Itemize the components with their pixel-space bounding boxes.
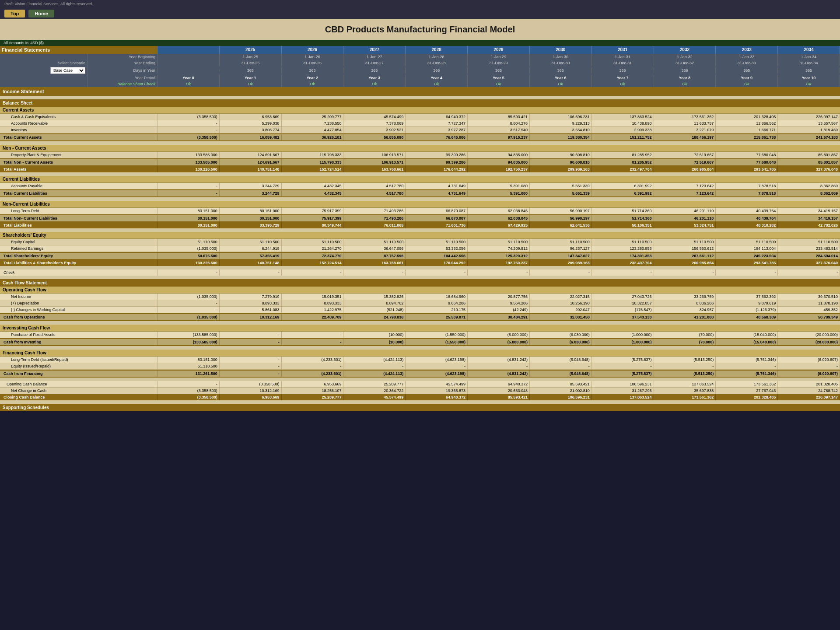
financing-cf-title: Financing Cash Flow <box>0 350 158 357</box>
ye-y2: 31-Dec-26 <box>282 60 344 66</box>
days-y9: 365 <box>716 67 778 74</box>
ye-y5: 31-Dec-29 <box>468 60 530 66</box>
income-statement-section: Income Statement <box>0 87 840 96</box>
ar-row: Accounts Receivable - 5.299.038 7.238.55… <box>0 120 840 127</box>
cash-v3: 45.574.499 <box>343 114 406 120</box>
year-col-2033: 2033 <box>716 46 778 54</box>
yb-y9: 1-Jan-33 <box>716 54 778 60</box>
year-beginning-label: Year Beginning <box>88 54 158 60</box>
days-y10: 365 <box>778 67 840 74</box>
ye-y1: 31-Dec-25 <box>220 60 282 66</box>
days-label: Days in Year <box>88 67 158 74</box>
inventory-row: Inventory - 3.806.774 4.477.854 3.902.52… <box>0 127 840 133</box>
scenario-select-label: Select Scenario <box>0 60 88 66</box>
bc-y3: Ok <box>343 81 406 87</box>
total-liabilities-label: Total Liabilities <box>0 222 158 228</box>
days-y5: 365 <box>468 67 530 74</box>
total-current-liabilities-row: Total Current Liabilities - 3.244.729 4.… <box>0 189 840 197</box>
year-col-2029: 2029 <box>468 46 530 54</box>
equity-capital-row: Equity Capital 51.110.500 51.110.500 51.… <box>0 239 840 245</box>
period-y0: Year 0 <box>158 75 220 81</box>
depreciation-label: (+) Depreciation <box>0 300 158 306</box>
total-ncl-label: Total Non- Current Liabilities <box>0 215 158 221</box>
bc-y1: Ok <box>220 81 282 87</box>
days-y0 <box>158 70 220 71</box>
cash-v7: 137.863.524 <box>592 114 654 120</box>
supporting-schedules-section: Supporting Schedules <box>0 404 840 411</box>
cash-flow-section: Cash Flow Statement <box>0 279 840 287</box>
financial-statements-header: Financial Statements 2025 2026 2027 2028… <box>0 46 840 54</box>
cash-v4: 64.940.372 <box>406 114 468 120</box>
ye-y4: 31-Dec-28 <box>406 60 468 66</box>
days-y3: 365 <box>343 67 406 74</box>
ltd-row: Long-Term Debt 80.151.000 80.151.000 75.… <box>0 208 840 214</box>
cash-ops-label: Cash from Operations <box>0 314 158 320</box>
yb-y5: 1-Jan-29 <box>468 54 530 60</box>
period-y8: Year 8 <box>654 75 716 81</box>
financing-cf-subsection: Financing Cash Flow <box>0 350 840 357</box>
total-equity-label: Total Shareholders' Equity <box>0 253 158 259</box>
yb-y7: 1-Jan-31 <box>592 54 654 60</box>
supporting-schedules-title: Supporting Schedules <box>0 404 158 411</box>
ye-y8: 31-Dec-32 <box>654 60 716 66</box>
total-ca-label: Total Current Assets <box>0 134 158 140</box>
bc-y9: Ok <box>716 81 778 87</box>
check-label: Check <box>0 270 158 276</box>
ap-row: Accounts Payable - 3.244.729 4.432.345 4… <box>0 183 840 189</box>
scenario-dropdown-container[interactable]: Base Case <box>0 66 88 75</box>
bc-y0: Ok <box>158 81 220 87</box>
period-y4: Year 4 <box>406 75 468 81</box>
cash-v1: 6.953.669 <box>220 114 282 120</box>
cash-label: Cash & Cash Equivalents <box>0 114 158 120</box>
income-stmt-title: Income Statement <box>0 87 158 96</box>
period-y1: Year 1 <box>220 75 282 81</box>
purchase-fixed-row: Purchase of Fixed Assets (133.585.000) -… <box>0 332 840 338</box>
period-y6: Year 6 <box>530 75 592 81</box>
cash-v0: (3.358.500) <box>158 114 220 120</box>
bc-y2: Ok <box>282 81 344 87</box>
current-liabilities-title: Current Liabilities <box>0 176 158 183</box>
investing-cf-subsection: Invenssting Cash Flow <box>0 325 840 332</box>
yb-y10: 1-Jan-34 <box>778 54 840 60</box>
ar-label: Accounts Receivable <box>0 120 158 126</box>
page-title: CBD Products Manufacturing Financial Mod… <box>0 19 840 40</box>
ppe-label: Property,Plant & Equipement <box>0 152 158 158</box>
bc-y6: Ok <box>530 81 592 87</box>
ltd-label: Long-Term Debt <box>0 208 158 214</box>
bc-y10: Ok <box>778 81 840 87</box>
scenario-select[interactable]: Base Case <box>50 67 85 74</box>
current-assets-subsection: Current Assets <box>0 107 840 114</box>
days-y6: 365 <box>530 67 592 74</box>
total-assets-label: Total Assets <box>0 166 158 172</box>
top-button[interactable]: Top <box>4 10 25 18</box>
ye-y6: 31-Dec-30 <box>530 60 592 66</box>
days-y2: 365 <box>282 67 344 74</box>
period-y3: Year 3 <box>343 75 406 81</box>
bc-y5: Ok <box>468 81 530 87</box>
total-nca-label: Total Non - Current Assets <box>0 159 158 165</box>
cash-investing-row: Cash from Investing (133.585.000) - - (1… <box>0 338 840 346</box>
equity-subsection: Shareholders' Equity <box>0 232 840 239</box>
year-col-2028: 2028 <box>406 46 468 54</box>
ap-label: Accounts Payable <box>0 183 158 189</box>
yb-y2: 1-Jan-26 <box>282 54 344 60</box>
brand-text: Profit Vision Financial Services, All ri… <box>4 2 93 6</box>
cash-financing-row: Cash from Financing 131.261.500 - (4.233… <box>0 370 840 378</box>
year-col-2034: 2034 <box>778 46 840 54</box>
ltd-issued-row: Long-Term Debt (Issued/Repaid) 80.151.00… <box>0 357 840 363</box>
equity-title: Shareholders' Equity <box>0 232 158 239</box>
empty-1 <box>0 75 88 81</box>
bc-y7: Ok <box>592 81 654 87</box>
total-equity-row: Total Shareholders' Equity 50.075.500 57… <box>0 252 840 260</box>
check-row: Check - - - - - - - - - - - <box>0 270 840 276</box>
non-current-assets-subsection: Non - Current Assets <box>0 145 840 152</box>
empty-2 <box>0 81 88 87</box>
ppe-row: Property,Plant & Equipement 133.585.000 … <box>0 152 840 158</box>
cash-financing-label: Cash from Financing <box>0 371 158 377</box>
home-button[interactable]: Home <box>28 10 54 18</box>
currency-note: All Amounts in USD ($) <box>0 40 840 46</box>
meta-label-1 <box>0 54 88 60</box>
balance-sheet-title: Balance Sheet <box>0 99 158 107</box>
top-bar: Profit Vision Financial Services, All ri… <box>0 0 840 8</box>
bc-y8: Ok <box>654 81 716 87</box>
